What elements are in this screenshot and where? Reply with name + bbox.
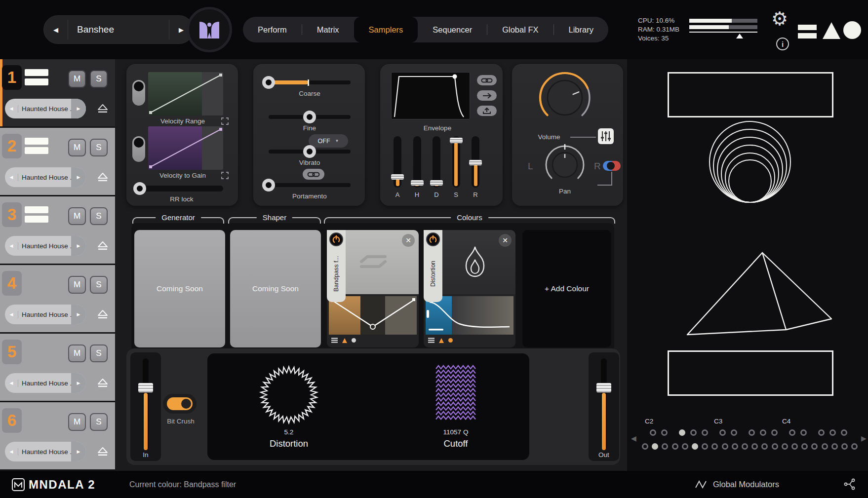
sampler-slot-4[interactable]: 4MS◀Haunted House ...▶ [0, 265, 115, 334]
sampler-slot-5[interactable]: 5MS◀Haunted House ...▶ [0, 334, 115, 402]
black-key-dot[interactable] [789, 429, 795, 436]
shaper-slot-card[interactable]: Coming Soon [230, 230, 321, 347]
slot-preset-selector[interactable]: ◀Haunted House ...▶ [5, 373, 86, 393]
master-slider-handle[interactable] [736, 34, 743, 38]
envelope-link-button[interactable] [477, 75, 497, 85]
solo-button[interactable]: S [90, 207, 108, 225]
eject-button[interactable] [98, 241, 108, 252]
white-key-dot[interactable] [782, 443, 788, 450]
black-key-dot[interactable] [749, 429, 755, 436]
solo-button[interactable]: S [90, 139, 108, 156]
black-key-dot[interactable] [800, 429, 807, 436]
mntra-logo[interactable] [187, 7, 232, 52]
mute-button[interactable]: M [68, 413, 86, 431]
preset-prev-icon[interactable]: ◀ [5, 243, 18, 248]
black-key-dot[interactable] [690, 429, 697, 436]
white-key-dot[interactable] [751, 443, 758, 450]
white-key-dot[interactable] [801, 443, 808, 450]
solo-button[interactable]: S [90, 345, 108, 362]
input-fader-handle[interactable] [138, 383, 153, 392]
white-key-dot[interactable] [831, 443, 838, 450]
slot-preset-selector[interactable]: ◀Haunted House ...▶ [5, 167, 86, 187]
close-icon[interactable]: ✕ [402, 234, 415, 247]
portamento-knob[interactable] [262, 179, 275, 192]
sampler-slot-1[interactable]: 1MS◀Haunted House ...▶ [0, 59, 115, 128]
preset-next-icon[interactable]: ▶ [71, 442, 86, 461]
slider-handle[interactable] [430, 180, 443, 186]
pitch-mode-dropdown[interactable]: OFF ▼ [309, 134, 348, 148]
solo-button[interactable]: S [90, 413, 108, 431]
white-key-dot[interactable] [841, 443, 848, 450]
black-key-dot[interactable] [679, 429, 685, 436]
white-key-dot[interactable] [851, 443, 858, 450]
colour-tab[interactable]: Bandpass f... [327, 230, 346, 302]
preset-next-icon[interactable]: ▶ [71, 305, 86, 324]
bandpass-curve-graph[interactable] [329, 296, 417, 335]
triangle-marker-icon[interactable] [439, 338, 444, 343]
settings-gear-icon[interactable]: ⚙ [771, 8, 788, 30]
tab-library[interactable]: Library [554, 17, 608, 42]
power-button[interactable] [426, 232, 440, 246]
rr-lock-knob[interactable] [133, 182, 146, 195]
white-key-dot[interactable] [692, 443, 698, 450]
volume-knob[interactable] [535, 68, 594, 127]
envelope-copy-button[interactable] [477, 90, 497, 101]
solo-button[interactable]: S [90, 276, 108, 294]
black-key-dot[interactable] [661, 429, 668, 436]
white-key-dot[interactable] [811, 443, 818, 450]
slider-handle[interactable] [469, 160, 482, 165]
white-key-dot[interactable] [732, 443, 738, 450]
white-key-dot[interactable] [722, 443, 728, 450]
slot-preset-selector[interactable]: ◀Haunted House ...▶ [5, 99, 86, 118]
master-slider-track[interactable] [689, 32, 757, 33]
vibrato-link-button[interactable] [303, 169, 324, 180]
mute-button[interactable]: M [68, 139, 86, 156]
coarse-knob[interactable] [262, 76, 275, 89]
preset-prev-icon[interactable]: ◀ [5, 381, 18, 385]
black-key-dot[interactable] [650, 429, 656, 436]
tab-global-fx[interactable]: Global FX [487, 17, 553, 42]
black-key-dot[interactable] [702, 429, 708, 436]
white-key-dot[interactable] [772, 443, 778, 450]
white-key-dot[interactable] [652, 443, 658, 450]
black-key-dot[interactable] [829, 429, 836, 436]
tab-sequencer[interactable]: Sequencer [418, 17, 487, 42]
menu-icon[interactable] [331, 338, 338, 343]
keyboard-scroll-left-icon[interactable]: ◀ [631, 434, 636, 442]
envelope-slider-s[interactable]: S [447, 136, 466, 198]
sampler-slot-6[interactable]: 6MS◀Haunted House ...▶ [0, 402, 115, 471]
output-fader-handle[interactable] [596, 383, 611, 392]
stereo-toggle[interactable] [603, 161, 621, 171]
eject-button[interactable] [98, 104, 108, 115]
velocity-range-graph[interactable] [148, 72, 223, 115]
velocity-range-toggle[interactable] [132, 80, 145, 106]
sampler-slot-3[interactable]: 3MS◀Haunted House ...▶ [0, 196, 115, 265]
tab-samplers[interactable]: Samplers [354, 17, 418, 42]
envelope-export-button[interactable] [477, 106, 497, 116]
colour-card-bandpass[interactable]: ✕ Bandpass f... [327, 230, 419, 347]
white-key-dot[interactable] [702, 443, 708, 450]
white-key-dot[interactable] [672, 443, 678, 450]
preset-prev-icon[interactable]: ◀ [5, 175, 18, 180]
slot-preset-selector[interactable]: ◀Haunted House ...▶ [5, 442, 86, 461]
dot-marker-icon[interactable] [448, 338, 453, 343]
mute-button[interactable]: M [68, 276, 86, 294]
black-key-dot[interactable] [818, 429, 825, 436]
tab-matrix[interactable]: Matrix [302, 17, 354, 42]
add-colour-button[interactable]: + Add Colour [522, 230, 611, 347]
white-key-dot[interactable] [761, 443, 768, 450]
generator-slot-card[interactable]: Coming Soon [134, 230, 225, 347]
sampler-slot-2[interactable]: 2MS◀Haunted House ...▶ [0, 128, 115, 196]
black-key-dot[interactable] [719, 429, 726, 436]
white-key-dot[interactable] [642, 443, 648, 450]
mute-button[interactable]: M [68, 207, 86, 225]
envelope-slider-r[interactable]: R [466, 136, 485, 198]
slot-preset-selector[interactable]: ◀Haunted House ...▶ [5, 236, 86, 256]
black-key-dot[interactable] [841, 429, 847, 436]
global-modulators-label[interactable]: Global Modulators [713, 471, 779, 498]
black-key-dot[interactable] [771, 429, 778, 436]
colour-tab[interactable]: Distortion [424, 230, 442, 302]
envelope-slider-a[interactable]: A [388, 136, 407, 198]
white-key-dot[interactable] [742, 443, 748, 450]
envelope-slider-h[interactable]: H [408, 136, 427, 198]
